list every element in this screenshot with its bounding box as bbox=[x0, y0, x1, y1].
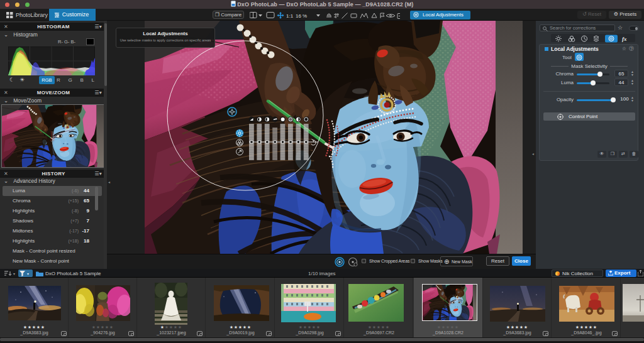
svg-text:1:1: 1:1 bbox=[286, 13, 294, 19]
svg-text:16 %: 16 % bbox=[296, 13, 307, 19]
svg-text:fx: fx bbox=[622, 36, 627, 42]
